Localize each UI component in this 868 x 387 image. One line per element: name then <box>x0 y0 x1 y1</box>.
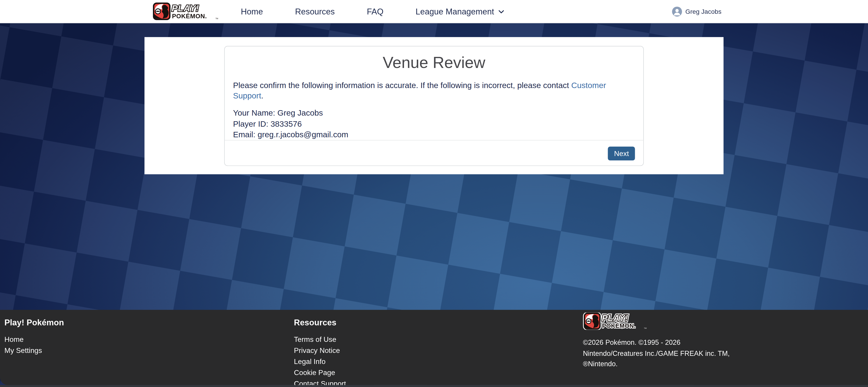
play-pokemon-logo[interactable]: PLAY! POKÉMON. TM <box>153 2 220 21</box>
nav-home[interactable]: Home <box>241 6 263 16</box>
footer-heading-resources: Resources <box>294 318 346 327</box>
logo-pokemon-text: POKÉMON. <box>602 322 636 329</box>
logo-play-text: PLAY! <box>172 3 199 13</box>
footer-link-cookie-page[interactable]: Cookie Page <box>294 367 346 379</box>
venue-review-card: Venue Review Please confirm the followin… <box>224 46 644 166</box>
chevron-down-icon <box>498 10 504 14</box>
main-nav: Home Resources FAQ League Management <box>241 0 504 23</box>
logo-pokemon-text: POKÉMON. <box>172 13 207 20</box>
footer-panel: Play! Pokémon Home My Settings Resources… <box>0 310 868 385</box>
copyright-line: Nintendo/Creatures Inc./GAME FREAK inc. … <box>583 348 730 359</box>
footer-link-terms-of-use[interactable]: Terms of Use <box>294 334 346 345</box>
nav-resources[interactable]: Resources <box>295 6 335 16</box>
field-player-id: Player ID: 3833576 <box>233 119 635 130</box>
confirm-text: Please confirm the following information… <box>233 80 635 101</box>
content-panel: Venue Review Please confirm the followin… <box>145 37 724 174</box>
logo-tm: TM <box>644 327 647 329</box>
nav-league-management-label: League Management <box>416 6 494 16</box>
header: PLAY! POKÉMON. TM Home Resources FAQ Lea… <box>0 0 868 23</box>
nav-faq[interactable]: FAQ <box>367 6 383 16</box>
footer-link-privacy-notice[interactable]: Privacy Notice <box>294 345 346 356</box>
avatar <box>672 6 682 16</box>
footer-heading-play-pokemon: Play! Pokémon <box>4 318 64 327</box>
play-pokemon-logo-footer: PLAY! PLAY! POKÉMON. TM <box>583 313 649 330</box>
page: PLAY! POKÉMON. TM Home Resources FAQ Lea… <box>0 0 868 387</box>
logo-play-text: PLAY! <box>602 313 628 323</box>
copyright-line: ©2026 Pokémon. ©1995 - 2026 <box>583 337 730 348</box>
footer-link-legal-info[interactable]: Legal Info <box>294 356 346 367</box>
page-title: Venue Review <box>225 53 643 72</box>
footer-column-resources: Resources Terms of Use Privacy Notice Le… <box>294 318 346 387</box>
copyright: ©2026 Pokémon. ©1995 - 2026 Nintendo/Cre… <box>583 337 730 370</box>
next-button[interactable]: Next <box>608 147 635 160</box>
footer-column-brand: PLAY! PLAY! POKÉMON. TM ©2026 Pokémon. ©… <box>583 313 730 370</box>
field-email: Email: greg.r.jacobs@gmail.com <box>233 130 635 140</box>
logo-tm: TM <box>216 18 218 20</box>
person-icon <box>672 6 682 16</box>
footer: Play! Pokémon Home My Settings Resources… <box>0 310 868 387</box>
card-footer: Next <box>225 140 643 165</box>
footer-bottom-strip <box>0 385 868 387</box>
nav-league-management[interactable]: League Management <box>416 6 504 16</box>
copyright-line: ®Nintendo. <box>583 359 730 370</box>
field-your-name: Your Name: Greg Jacobs <box>233 108 635 119</box>
user-menu[interactable]: Greg Jacobs <box>672 0 722 23</box>
confirm-text-prefix: Please confirm the following information… <box>233 81 571 90</box>
player-info: Your Name: Greg Jacobs Player ID: 383357… <box>233 108 635 141</box>
footer-column-play-pokemon: Play! Pokémon Home My Settings <box>4 318 64 356</box>
footer-link-my-settings[interactable]: My Settings <box>4 345 64 356</box>
user-name: Greg Jacobs <box>685 8 721 15</box>
footer-link-home[interactable]: Home <box>4 334 64 345</box>
confirm-text-suffix: . <box>261 91 264 100</box>
